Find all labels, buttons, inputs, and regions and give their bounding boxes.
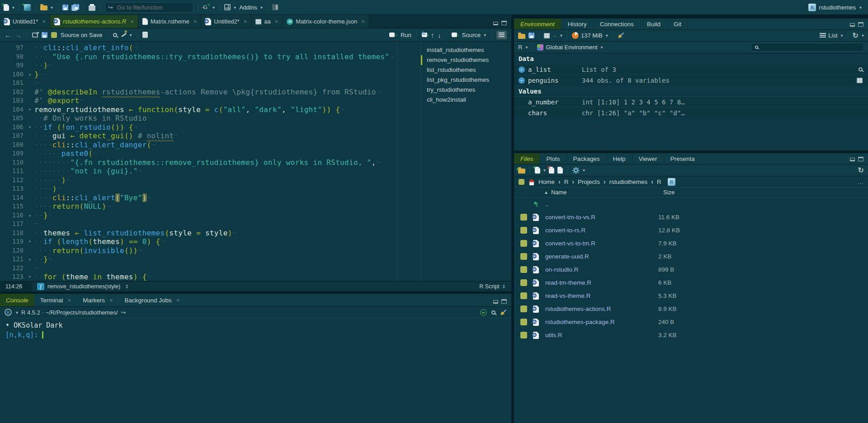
import-dataset-button[interactable]: → ▾ bbox=[544, 33, 562, 38]
new-file-button[interactable]: + ▾ bbox=[4, 4, 14, 11]
parent-directory-icon[interactable]: ↰ bbox=[533, 200, 539, 208]
file-row[interactable]: ↰.. bbox=[514, 197, 868, 211]
code-line[interactable]: 111········"not in {gui}."¬ bbox=[0, 167, 420, 176]
size-column-header[interactable]: Size bbox=[663, 189, 675, 196]
maximize-icon[interactable] bbox=[501, 21, 507, 25]
home-icon[interactable] bbox=[528, 179, 535, 185]
editor-tab[interactable]: Rrstudiothemes-actions.R× bbox=[50, 15, 138, 28]
file-checkbox[interactable] bbox=[520, 253, 527, 260]
fold-up-icon[interactable]: ▴ bbox=[25, 211, 34, 220]
code-line[interactable]: 118··themes ← list_rstudiothemes(style =… bbox=[0, 229, 420, 238]
workspace-panes-button[interactable]: ▾ bbox=[224, 4, 236, 10]
code-line[interactable]: 119▾··if (length(themes) == 0) {¬ bbox=[0, 237, 420, 246]
tab-connections[interactable]: Connections bbox=[594, 19, 641, 29]
run-next-icon[interactable]: ↓ bbox=[438, 31, 441, 39]
close-icon[interactable]: × bbox=[193, 18, 197, 25]
editor-tab[interactable]: Matrix.rstheme× bbox=[138, 15, 202, 28]
file-row[interactable]: Rrstudiothemes-actions.R8.9 KB bbox=[514, 302, 868, 315]
goto-file-function-input[interactable] bbox=[105, 2, 193, 13]
fold-up-icon[interactable]: ▴ bbox=[25, 70, 34, 79]
git-menu-button[interactable]: G+– ▾ bbox=[203, 4, 215, 11]
minimize-icon[interactable] bbox=[850, 23, 855, 27]
file-row[interactable]: Rread-tm-theme.R6 KB bbox=[514, 276, 868, 289]
console-output[interactable]: • OKSolar Dark [n,k,q]: bbox=[0, 318, 511, 423]
tab-environment[interactable]: Environment bbox=[514, 19, 561, 29]
save-icon[interactable] bbox=[42, 32, 47, 38]
chevron-down-icon[interactable]: ▾ bbox=[16, 310, 18, 315]
file-name[interactable]: convert-tm-to-vs.R bbox=[545, 214, 658, 221]
code-line[interactable]: 102#' @describeIn rstudiothemes-actions … bbox=[0, 88, 420, 97]
environment-object-row[interactable]: ▸a_listList of 3 bbox=[514, 64, 868, 75]
file-row[interactable]: Rutils.R3.2 KB bbox=[514, 329, 868, 342]
code-line[interactable]: 108····cli::cli_alert_danger(¬ bbox=[0, 141, 420, 150]
tab-build[interactable]: Build bbox=[641, 19, 667, 29]
outline-item[interactable]: list_rstudiothemes bbox=[421, 65, 511, 75]
fold-up-icon[interactable]: ▴ bbox=[25, 255, 34, 264]
code-line[interactable]: 116▴··}¬ bbox=[0, 211, 420, 220]
close-icon[interactable]: × bbox=[42, 18, 46, 25]
tab-background-jobs[interactable]: Background Jobs× bbox=[119, 294, 186, 306]
compile-report-icon[interactable] bbox=[142, 32, 148, 38]
save-workspace-icon[interactable] bbox=[528, 33, 534, 38]
editor-tab[interactable]: aa× bbox=[251, 15, 283, 28]
save-all-icon[interactable] bbox=[71, 4, 79, 11]
breadcrumb-item[interactable]: R bbox=[564, 179, 569, 185]
fold-down-icon[interactable]: ▾ bbox=[25, 273, 34, 281]
file-row[interactable]: Rconvert-to-rs.R12.8 KB bbox=[514, 224, 868, 237]
fold-down-icon[interactable]: ▾ bbox=[25, 237, 34, 246]
code-line[interactable]: 109······paste0(¬ bbox=[0, 149, 420, 158]
code-line[interactable]: 107····gui ← detect_gui() # nolint¬ bbox=[0, 132, 420, 141]
profiler-icon[interactable]: ∞ bbox=[480, 309, 487, 316]
print-icon[interactable] bbox=[89, 5, 95, 11]
save-icon[interactable] bbox=[62, 5, 68, 10]
close-icon[interactable]: × bbox=[109, 297, 113, 304]
scope-selector[interactable]: remove_rstudiothemes(style) ⇕ bbox=[47, 283, 129, 290]
source-button[interactable]: Source ▾ bbox=[452, 32, 486, 38]
tab-console[interactable]: Console bbox=[0, 294, 34, 306]
environment-object-row[interactable]: ▸penguins344 obs. of 8 variables bbox=[514, 75, 868, 86]
code-line[interactable]: 114····cli::cli_alert("Bye")¬ bbox=[0, 193, 420, 202]
file-name[interactable]: convert-to-rs.R bbox=[545, 227, 658, 234]
file-checkbox[interactable] bbox=[520, 214, 527, 221]
environment-search-input[interactable] bbox=[761, 44, 860, 51]
code-area[interactable]: 97··cli::cli_alert_info(¬98····"Use {.ru… bbox=[0, 42, 421, 281]
code-line[interactable]: 112······)¬ bbox=[0, 176, 420, 185]
code-line[interactable]: 100▴}¬ bbox=[0, 70, 420, 79]
language-selector[interactable]: R ▾ bbox=[518, 44, 528, 51]
list-view-button[interactable]: List ▾ bbox=[820, 32, 843, 39]
code-line[interactable]: 122¬ bbox=[0, 264, 420, 273]
outline-item[interactable]: cli_how2install bbox=[421, 95, 511, 105]
file-checkbox[interactable] bbox=[520, 266, 527, 273]
code-line[interactable]: 110········"{.fn rstudiothemes::remove_r… bbox=[0, 158, 420, 167]
code-line[interactable]: 117¬ bbox=[0, 220, 420, 229]
file-row[interactable]: Rgenerate-uuid.R2 KB bbox=[514, 250, 868, 263]
refresh-button[interactable]: ↻ ▾ bbox=[853, 31, 864, 40]
forward-icon[interactable]: → bbox=[15, 31, 22, 39]
close-icon[interactable]: × bbox=[176, 297, 180, 304]
refresh-icon[interactable]: ↻ bbox=[858, 166, 864, 174]
expander-icon[interactable]: ▸ bbox=[519, 66, 525, 73]
new-file-button[interactable]: + ▾ bbox=[535, 167, 546, 174]
clear-objects-icon[interactable] bbox=[618, 32, 624, 39]
file-row[interactable]: Ron-rstudio.R899 B bbox=[514, 263, 868, 276]
environment-selector[interactable]: Global Environment ▾ bbox=[537, 44, 603, 51]
run-previous-icon[interactable]: ↑ bbox=[431, 31, 434, 39]
expander-icon[interactable]: ▸ bbox=[519, 77, 525, 84]
open-file-button[interactable]: → ▾ bbox=[40, 4, 53, 10]
outline-item[interactable]: try_rstudiothemes bbox=[421, 85, 511, 95]
file-name[interactable]: convert-vs-to-tm.R bbox=[545, 240, 658, 247]
file-row[interactable]: Rread-vs-theme.R5.3 KB bbox=[514, 289, 868, 302]
close-icon[interactable]: × bbox=[130, 18, 134, 25]
delete-file-icon[interactable]: ✕ bbox=[549, 167, 554, 174]
show-panel-icon[interactable] bbox=[272, 4, 278, 10]
close-icon[interactable]: × bbox=[68, 297, 71, 304]
tab-plots[interactable]: Plots bbox=[540, 153, 567, 164]
editor-tab[interactable]: RUntitled1*× bbox=[0, 15, 50, 28]
memory-usage-button[interactable]: 137 MiB ▾ bbox=[572, 32, 608, 39]
code-tools-button[interactable]: ▾ bbox=[121, 32, 132, 38]
file-name[interactable]: on-rstudio.R bbox=[545, 266, 658, 273]
code-line[interactable]: 113····)¬ bbox=[0, 184, 420, 193]
tab-presenta[interactable]: Presenta bbox=[664, 153, 702, 164]
close-icon[interactable]: × bbox=[361, 18, 365, 25]
file-row[interactable]: Rconvert-vs-to-tm.R7.9 KB bbox=[514, 237, 868, 250]
